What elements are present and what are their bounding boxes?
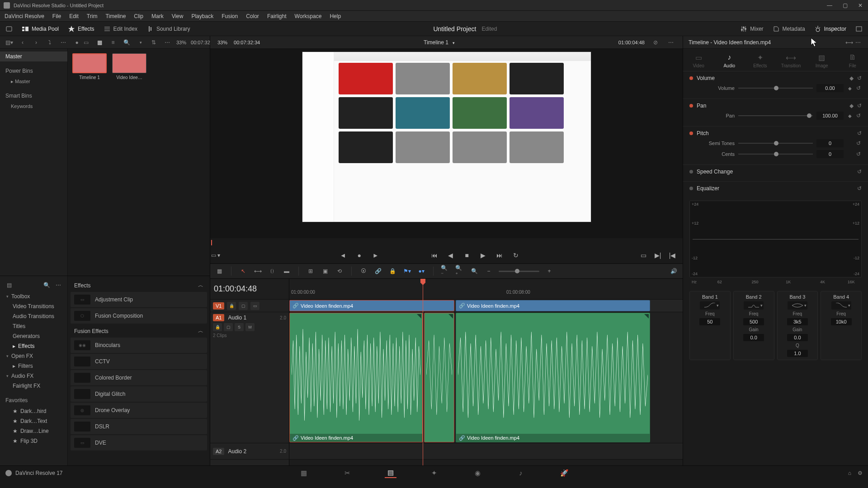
viewer-scrubber[interactable] (210, 238, 683, 247)
list-view-icon[interactable]: ≡ (108, 38, 118, 47)
cents-value[interactable]: 0 (816, 150, 844, 158)
menu-file[interactable]: File (52, 13, 61, 19)
media-pool-button[interactable]: Media Pool (22, 25, 59, 33)
go-next-edit-icon[interactable]: ▶| (653, 250, 663, 260)
media-zoom-value[interactable]: 33% (176, 40, 186, 45)
prev-clip-icon[interactable]: ◄ (338, 250, 348, 260)
timeline-name[interactable]: Timeline 1 (424, 39, 455, 46)
track-header-a2[interactable]: A2 Audio 2 2.0 (210, 443, 289, 460)
volume-value[interactable]: 0.00 (816, 84, 844, 92)
track-a2[interactable] (289, 443, 683, 460)
disable-track-icon[interactable]: ▭ (250, 302, 259, 310)
track-header-v1[interactable]: V1 🔒 ▢ ▭ (210, 300, 289, 312)
tree-audio-transitions[interactable]: Audio Transitions (0, 311, 67, 321)
tree-openfx[interactable]: Open FX (0, 351, 67, 361)
tree-filters[interactable]: ▸ Filters (0, 361, 67, 371)
zoom-slider[interactable] (499, 271, 539, 272)
reset-icon[interactable]: ↺ (857, 185, 862, 192)
page-cut[interactable]: ✂ (341, 468, 353, 478)
collapse-icon[interactable]: ︿ (198, 282, 203, 289)
semitones-value[interactable]: 0 (816, 139, 844, 147)
inspector-button[interactable]: Inspector (814, 25, 846, 33)
tree-keywords[interactable]: Keywords (0, 102, 67, 111)
menu-clip[interactable]: Clip (134, 13, 143, 19)
effect-dslr[interactable]: DSLR (71, 419, 207, 434)
loop-icon[interactable]: ↻ (511, 250, 521, 260)
reset-icon[interactable]: ↺ (856, 113, 862, 119)
reset-icon[interactable]: ↺ (857, 103, 862, 109)
import-icon[interactable]: ⤵ (45, 38, 54, 47)
eq-band-4[interactable]: Band 4 Freq 10k0 (821, 291, 862, 360)
reset-icon[interactable]: ↺ (857, 130, 862, 136)
effects-options-icon[interactable]: ⋯ (54, 281, 63, 290)
menu-fusion[interactable]: Fusion (222, 13, 238, 19)
menu-color[interactable]: Color (246, 13, 259, 19)
tree-fav-2[interactable]: ★ Draw…Line (0, 426, 67, 436)
zoom-custom-icon[interactable]: 🔍 (470, 267, 479, 276)
link-icon[interactable]: 🔗 (373, 267, 382, 276)
enable-dot-icon[interactable] (689, 131, 693, 135)
reset-icon[interactable]: ↺ (857, 169, 862, 175)
reset-icon[interactable]: ↺ (856, 85, 862, 91)
go-first-icon[interactable]: ⏮ (429, 250, 439, 260)
volume-slider[interactable] (738, 88, 813, 89)
eq-freq-4[interactable]: 10k0 (831, 318, 852, 325)
menu-workspace[interactable]: Workspace (295, 13, 322, 19)
thumb-timeline-1[interactable]: Timeline 1 (72, 53, 107, 80)
eq-freq-1[interactable]: 50 (699, 318, 720, 325)
eq-curve-dropdown[interactable] (831, 301, 851, 310)
audio-clip-1a[interactable]: 🔗Video Ideen finden.mp4 (289, 313, 423, 442)
eq-band-1[interactable]: Band 1 Freq 50 (689, 291, 731, 360)
effects-search-icon[interactable]: 🔍 (42, 281, 51, 290)
reset-icon[interactable]: ↺ (856, 140, 862, 146)
keyframe-icon[interactable]: ◆ (849, 103, 854, 109)
cents-slider[interactable] (738, 154, 813, 155)
track-badge-a2[interactable]: A2 (213, 448, 224, 455)
thumbnail-view-icon[interactable]: ▦ (95, 38, 104, 47)
effect-adjustment-clip[interactable]: ▭Adjustment Clip (71, 292, 207, 307)
keyframe-icon[interactable]: ◆ (847, 86, 853, 91)
thumb-video-ideen[interactable]: Video Idee… (112, 53, 146, 80)
page-media[interactable]: ▦ (298, 468, 310, 478)
audio-clip-2[interactable]: 🔗Video Ideen finden.mp4 (456, 313, 650, 442)
match-frame-icon[interactable]: ▭ (638, 250, 648, 260)
tab-effects[interactable]: ✦Effects (747, 53, 773, 68)
effect-binoculars[interactable]: ◉◉Binoculars (71, 338, 207, 353)
eq-q-3[interactable]: 1.0 (787, 350, 808, 357)
collapse-icon[interactable]: ︿ (198, 327, 203, 335)
track-v1[interactable]: 🔗Video Ideen finden.mp4 🔗Video Ideen fin… (289, 300, 683, 312)
effects-layout-icon[interactable]: ▤ (5, 281, 14, 290)
menu-davinci[interactable]: DaVinci Resolve (5, 13, 44, 19)
eq-freq-2[interactable]: 500 (743, 318, 764, 325)
menu-help[interactable]: Help (330, 13, 341, 19)
tree-power-bins-header[interactable]: Power Bins (0, 65, 67, 77)
tree-audiofx[interactable]: Audio FX (0, 371, 67, 381)
viewer-zoom[interactable]: 33% (217, 40, 227, 45)
step-back-icon[interactable]: ◀ (446, 250, 456, 260)
track-badge-a1[interactable]: A1 (213, 314, 224, 321)
eq-graph[interactable]: +24 +24 +12 +12 -12 -12 -24 -24 Hz 62 25… (689, 201, 862, 277)
scrubber-playhead[interactable] (211, 240, 212, 245)
viewer-options-icon[interactable]: ⋯ (666, 38, 675, 47)
video-clip-1[interactable]: 🔗Video Ideen finden.mp4 (289, 300, 454, 311)
full-screen-icon[interactable] (855, 25, 863, 33)
enable-dot-icon[interactable] (689, 170, 693, 174)
overwrite-clip-icon[interactable]: ▣ (321, 267, 330, 276)
zoom-fit-icon[interactable]: 🔍⁻ (441, 267, 450, 276)
tree-fav-0[interactable]: ★ Dark…hird (0, 406, 67, 416)
lock-track-icon[interactable]: 🔒 (227, 302, 236, 310)
tree-fav-1[interactable]: ★ Dark…Text (0, 416, 67, 426)
tree-titles[interactable]: Titles (0, 321, 67, 331)
tab-transition[interactable]: ⟷Transition (778, 53, 804, 68)
effect-cctv[interactable]: CCTV (71, 354, 207, 369)
tree-toolbox[interactable]: Toolbox (0, 291, 67, 301)
timeline-view-options-icon[interactable]: ▦ (215, 267, 224, 276)
effect-digital-glitch[interactable]: Digital Glitch (71, 386, 207, 402)
media-storage-icon[interactable] (5, 25, 13, 33)
eq-curve-dropdown[interactable] (700, 301, 720, 310)
stop-icon[interactable]: ■ (462, 250, 472, 260)
tab-image[interactable]: ▨Image (809, 53, 835, 68)
enable-dot-icon[interactable] (689, 76, 693, 80)
eq-curve-dropdown[interactable] (744, 301, 764, 310)
nav-dot-icon[interactable]: ● (354, 250, 364, 260)
